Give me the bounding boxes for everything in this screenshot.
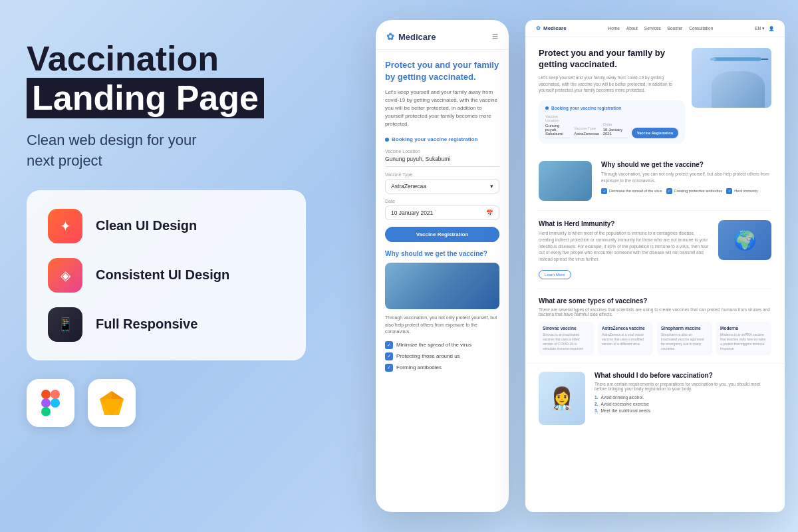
doctor-icon: 👩‍⚕️	[549, 386, 575, 411]
nav-booster[interactable]: Booster	[668, 26, 682, 31]
mobile-content: Protect you and your family by getting v…	[376, 50, 509, 512]
types-heading: What are some types of vaccines?	[539, 297, 771, 305]
herd-immunity-desc: Herd immunity is when most of the popula…	[539, 230, 709, 263]
hamburger-icon[interactable]: ≡	[492, 31, 498, 43]
nav-home[interactable]: Home	[608, 26, 620, 31]
booking-date-field: Order 16 January 2021	[603, 122, 628, 138]
types-grid: Sinovac vaccine Sinovac is an inactivate…	[539, 322, 771, 355]
type-name-4: Moderna	[720, 326, 767, 331]
list-num-3: 3.	[595, 408, 598, 413]
nav-about[interactable]: About	[626, 26, 638, 31]
why-vaccine-heading: Why should we get the vaccine?	[601, 161, 771, 168]
type-desc-4: Moderna is an mRNA vaccine that teaches …	[720, 332, 767, 351]
booking-type-field: Vaccine Type AstraZenecaa	[574, 126, 598, 138]
doctor-image: 👩‍⚕️	[539, 372, 585, 425]
learn-more-btn[interactable]: Learn More	[539, 270, 571, 279]
mobile-desc: Through vaccination, you not only protec…	[385, 315, 499, 336]
hero-syringe-image	[692, 48, 771, 108]
feature-label-1: Clean UI Design	[96, 218, 197, 233]
feature-consistent-ui: ◈ Consistent UI Design	[48, 258, 285, 293]
feature-label-3: Full Responsive	[96, 317, 198, 332]
check-item-1: Minimize the spread of the virus	[385, 341, 499, 349]
mobile-booking-label: Booking your vaccine registration	[385, 136, 499, 142]
desktop-sections: Why should we get the vaccine? Through v…	[525, 152, 785, 289]
feature-responsive: 📱 Full Responsive	[48, 307, 285, 342]
check-item-3: Forming antibodies	[385, 364, 499, 372]
why-vaccine-text: Why should we get the vaccine? Through v…	[601, 161, 771, 194]
booking-bar-dot	[545, 106, 549, 110]
title-block: Vaccination Landing Page Clean web desig…	[27, 40, 306, 172]
title-line2: Landing Page	[27, 78, 264, 118]
subtitle: Clean web design for your next project	[27, 130, 306, 172]
desktop-logo-text: Medicare	[543, 25, 567, 31]
herd-immunity-heading: What is Herd Immunity?	[539, 220, 709, 227]
desktop-mockup: ✿ Medicare Home About Services Booster C…	[525, 20, 785, 512]
before-section: 👩‍⚕️ What should I do before vaccination…	[525, 364, 785, 433]
desktop-register-btn[interactable]: Vaccine Registration	[632, 128, 678, 138]
herd-immunity-text: What is Herd Immunity? Herd immunity is …	[539, 220, 709, 279]
type-card-3: Sinopharm vaccine Sinopharm is also an i…	[657, 322, 712, 355]
desktop-logo: ✿ Medicare	[536, 25, 567, 31]
why-vaccine-desc: Through vaccination, you can not only pr…	[601, 171, 771, 184]
tool-icons	[27, 379, 306, 427]
why-check-text-3: Herd immunity	[734, 189, 757, 193]
language-selector[interactable]: EN ▾	[755, 26, 765, 31]
mobile-why-title: Why should we get the vaccine?	[385, 250, 499, 257]
check-icon-2	[385, 352, 393, 360]
mobile-register-btn[interactable]: Vaccine Registration	[385, 227, 499, 242]
svg-rect-2	[41, 398, 51, 408]
type-card-1: Sinovac vaccine Sinovac is an inactivate…	[539, 322, 594, 355]
check-icon-1	[385, 341, 393, 349]
why-check-icon-1	[601, 188, 607, 194]
features-card: ✦ Clean UI Design ◈ Consistent UI Design…	[27, 190, 306, 360]
nav-services[interactable]: Services	[644, 26, 661, 31]
booking-type-value: AstraZenecaa	[574, 132, 598, 138]
feature-label-2: Consistent UI Design	[96, 267, 229, 283]
booking-location-field: Vaccine Location Gunung puyuh, Sukabumi	[545, 114, 570, 138]
type-desc-3: Sinopharm is also an inactivated vaccine…	[661, 332, 708, 351]
user-icon[interactable]: 👤	[769, 26, 774, 31]
dropdown-icon: ▾	[490, 183, 493, 190]
mobile-logo-text: Medicare	[398, 32, 436, 42]
why-check-1: Decrease the spread of the virus	[601, 188, 662, 194]
svg-rect-1	[51, 390, 60, 399]
spark-icon: ✦	[48, 209, 82, 243]
booking-dot	[385, 138, 389, 142]
nav-consultation[interactable]: Consultation	[689, 26, 713, 31]
why-check-icon-3	[726, 188, 732, 194]
globe-icon: 🌍	[733, 229, 757, 251]
desktop-nav-links: Home About Services Booster Consultation	[608, 26, 714, 31]
type-name-3: Sinopharm vaccine	[661, 326, 708, 331]
sketch-icon	[97, 390, 126, 416]
hero-text: Protect you and your family by getting v…	[539, 48, 685, 144]
before-text-3: Meet the nutritional needs	[600, 408, 650, 413]
type-card-2: AstraZeneca vaccine AstraZeneca is a vir…	[598, 322, 653, 355]
type-value: AstraZenecaa	[391, 183, 426, 190]
mobile-header: ✿ Medicare ≡	[376, 20, 509, 50]
hero-image	[692, 48, 771, 144]
left-panel: Vaccination Landing Page Clean web desig…	[27, 40, 306, 427]
type-select[interactable]: AstraZenecaa ▾	[385, 179, 499, 194]
svg-rect-9	[714, 57, 761, 61]
svg-rect-3	[41, 407, 51, 416]
desktop-logo-icon: ✿	[536, 25, 541, 31]
layers-icon: ◈	[48, 258, 82, 293]
before-text-1: Avoid drinking alcohol.	[600, 395, 644, 400]
feature-clean-ui: ✦ Clean UI Design	[48, 209, 285, 243]
before-item-2: 2. Avoid excessive exercise	[595, 402, 771, 406]
title-line1: Vaccination	[27, 40, 306, 78]
mobile-hero-title: Protect you and your family by getting v…	[385, 59, 499, 83]
check-text-3: Forming antibodies	[396, 364, 442, 370]
date-field[interactable]: 10 January 2021 📅	[385, 205, 499, 220]
desktop-booking-label: Booking your vaccine registration	[545, 106, 678, 110]
date-label: Date	[385, 199, 499, 203]
type-desc-1: Sinovac is an inactivated vaccine that u…	[543, 332, 590, 351]
type-desc-2: AstraZeneca is a viral vector vaccine th…	[602, 332, 649, 346]
check-text-2: Protecting those around us	[396, 353, 460, 359]
check-text-1: Minimize the spread of the virus	[396, 342, 471, 348]
why-check-2: Creating protective antibodies	[666, 188, 723, 194]
before-item-3: 3. Meet the nutritional needs	[595, 408, 771, 413]
calendar-icon: 📅	[486, 209, 493, 216]
why-check-icon-2	[666, 188, 672, 194]
type-card-4: Moderna Moderna is an mRNA vaccine that …	[716, 322, 771, 355]
